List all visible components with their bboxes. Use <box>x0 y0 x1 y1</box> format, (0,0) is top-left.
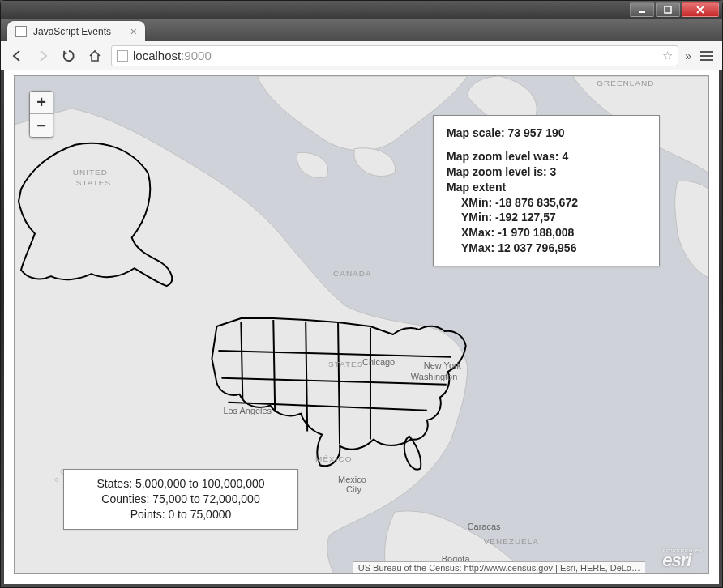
minimize-button[interactable] <box>630 2 654 17</box>
site-icon <box>117 50 128 62</box>
ymax-value: 12 037 796,956 <box>498 241 576 254</box>
bookmark-star-icon[interactable]: ☆ <box>662 49 673 63</box>
legend-points: Points: 0 to 75,0000 <box>74 507 288 522</box>
close-button[interactable] <box>682 2 719 17</box>
xmin-label: XMin: <box>461 196 492 209</box>
ymin-value: -192 127,57 <box>495 211 556 224</box>
zoom-is-value: 3 <box>550 165 557 178</box>
tab-close-icon[interactable]: × <box>130 25 137 38</box>
esri-text: esri <box>662 550 691 570</box>
tab-strip: JavaScript Events × <box>1 19 722 41</box>
back-button[interactable] <box>7 46 27 66</box>
zoom-out-button[interactable]: − <box>30 114 53 137</box>
label-states2: STATES <box>328 360 363 369</box>
browser-toolbar: localhost:9000 ☆ » <box>1 41 722 70</box>
xmax-value: -1 970 188,008 <box>498 226 574 239</box>
url-port: :9000 <box>181 49 212 62</box>
label-canada: CANADA <box>333 269 372 278</box>
maximize-button[interactable] <box>656 2 680 17</box>
reload-button[interactable] <box>59 46 79 66</box>
extent-label: Map extent <box>447 180 646 195</box>
zoom-in-button[interactable]: + <box>30 92 53 114</box>
overflow-chevron-icon[interactable]: » <box>685 49 691 62</box>
legend-counties: Counties: 75,000 to 72,000,000 <box>74 492 288 507</box>
zoom-is-label: Map zoom level is: <box>447 165 547 178</box>
city-mexico-city-2: City <box>346 484 362 494</box>
browser-tab[interactable]: JavaScript Events × <box>7 21 145 41</box>
legend-panel: States: 5,000,000 to 100,000,000 Countie… <box>63 469 298 530</box>
home-button[interactable] <box>85 46 105 66</box>
zoom-was-label: Map zoom level was: <box>447 150 558 163</box>
ymin-label: YMin: <box>461 211 492 224</box>
label-states: STATES <box>76 178 111 187</box>
city-chicago: Chicago <box>362 357 395 367</box>
scale-label: Map scale: <box>447 126 505 139</box>
city-caracas: Caracas <box>468 522 501 531</box>
page-content: UNITED STATES CANADA GREENLAND MÉXICO VE… <box>4 70 719 584</box>
window-titlebar <box>1 1 722 19</box>
esri-logo: POWERED BY esri <box>662 548 704 571</box>
scale-value: 73 957 190 <box>507 126 564 139</box>
tab-title: JavaScript Events <box>33 26 111 37</box>
xmin-value: -18 876 835,672 <box>495 196 578 209</box>
ymax-label: YMax: <box>461 241 494 254</box>
browser-window: JavaScript Events × localhost:9000 ☆ » <box>0 0 723 588</box>
label-venezuela: VENEZUELA <box>484 537 539 546</box>
xmax-label: XMax: <box>461 226 494 239</box>
city-new-york: New York <box>424 360 462 370</box>
label-mexico: MÉXICO <box>315 454 352 463</box>
label-greenland: GREENLAND <box>597 79 654 87</box>
map-attribution: US Bureau of the Census: http://www.cens… <box>353 561 645 573</box>
zoom-was-value: 4 <box>562 150 568 163</box>
city-mexico-city-1: Mexico <box>338 475 366 484</box>
address-bar[interactable]: localhost:9000 ☆ <box>111 45 678 66</box>
map[interactable]: UNITED STATES CANADA GREENLAND MÉXICO VE… <box>14 75 709 574</box>
page-icon <box>15 26 27 37</box>
svg-point-5 <box>55 478 58 481</box>
menu-button[interactable] <box>698 51 716 61</box>
city-los-angeles: Los Angeles <box>223 406 272 415</box>
svg-rect-0 <box>639 11 645 13</box>
legend-states: States: 5,000,000 to 100,000,000 <box>74 476 288 492</box>
url-host: localhost <box>133 49 181 62</box>
label-united: UNITED <box>73 168 108 177</box>
map-info-panel: Map scale: 73 957 190 Map zoom level was… <box>433 115 660 266</box>
city-washington: Washington <box>411 372 457 381</box>
svg-rect-1 <box>665 6 671 13</box>
forward-button[interactable] <box>33 46 53 66</box>
zoom-controls: + − <box>29 91 53 138</box>
